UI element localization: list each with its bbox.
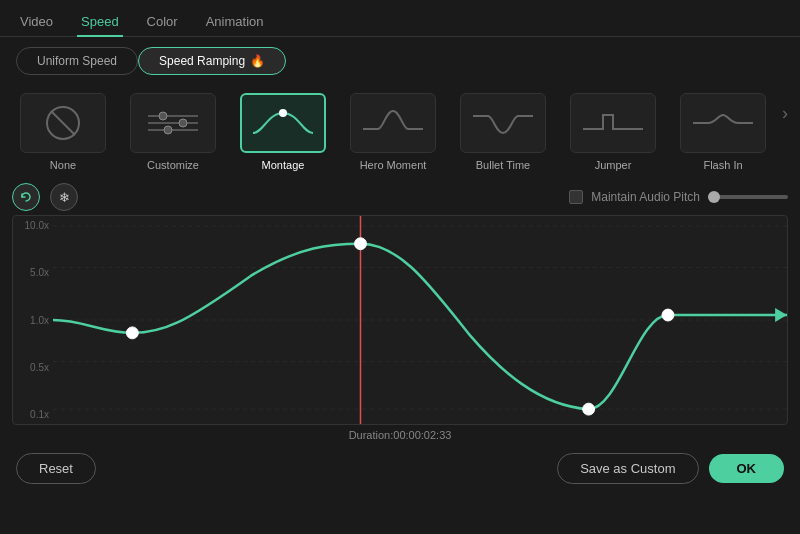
preset-flash-in[interactable]: Flash In (672, 93, 774, 171)
tab-video[interactable]: Video (16, 8, 57, 37)
scroll-right-arrow[interactable]: › (782, 93, 788, 124)
svg-point-8 (279, 109, 287, 117)
speed-ramping-button[interactable]: Speed Ramping 🔥 (138, 47, 286, 75)
pitch-slider-thumb (708, 191, 720, 203)
top-tab-bar: Video Speed Color Animation (0, 0, 800, 37)
control-point-2[interactable] (355, 238, 367, 250)
tab-animation[interactable]: Animation (202, 8, 268, 37)
save-as-custom-button[interactable]: Save as Custom (557, 453, 698, 484)
chart-curve-svg (53, 216, 787, 424)
tab-speed[interactable]: Speed (77, 8, 123, 37)
preset-montage-label: Montage (262, 159, 305, 171)
preset-montage[interactable]: Montage (232, 93, 334, 171)
speed-curve (53, 244, 787, 409)
reset-button[interactable]: Reset (16, 453, 96, 484)
freeze-button[interactable]: ❄ (50, 183, 78, 211)
preset-hero-moment[interactable]: Hero Moment (342, 93, 444, 171)
preset-jumper[interactable]: Jumper (562, 93, 664, 171)
ok-button[interactable]: OK (709, 454, 785, 483)
controls-row: ❄ Maintain Audio Pitch (0, 179, 800, 215)
audio-pitch-control: Maintain Audio Pitch (569, 190, 788, 204)
pitch-slider[interactable] (708, 195, 788, 199)
preset-hero-moment-label: Hero Moment (360, 159, 427, 171)
control-point-3[interactable] (583, 403, 595, 415)
right-buttons: Save as Custom OK (557, 453, 784, 484)
tab-color[interactable]: Color (143, 8, 182, 37)
preset-customize[interactable]: Customize (122, 93, 224, 171)
mode-switcher: Uniform Speed Speed Ramping 🔥 (0, 37, 800, 85)
y-axis-labels: 10.0x 5.0x 1.0x 0.5x 0.1x (13, 216, 53, 424)
svg-line-1 (51, 111, 75, 135)
svg-point-6 (179, 119, 187, 127)
bottom-bar: Reset Save as Custom OK (0, 445, 800, 492)
preset-customize-label: Customize (147, 159, 199, 171)
y-label-1: 1.0x (13, 315, 49, 326)
pitch-toggle-checkbox[interactable] (569, 190, 583, 204)
duration-bar: Duration:00:00:02:33 (0, 425, 800, 445)
preset-jumper-label: Jumper (595, 159, 632, 171)
y-label-10: 10.0x (13, 220, 49, 231)
svg-point-7 (164, 126, 172, 134)
undo-button[interactable] (12, 183, 40, 211)
chart-svg-container (53, 216, 787, 424)
preset-none[interactable]: None (12, 93, 114, 171)
uniform-speed-button[interactable]: Uniform Speed (16, 47, 138, 75)
speed-chart: 10.0x 5.0x 1.0x 0.5x 0.1x (12, 215, 788, 425)
preset-bullet-time[interactable]: Bullet Time (452, 93, 554, 171)
fire-icon: 🔥 (250, 54, 265, 68)
svg-point-5 (159, 112, 167, 120)
presets-row: None Customize Montage (0, 85, 800, 179)
y-label-05: 0.5x (13, 362, 49, 373)
duration-text: Duration:00:00:02:33 (349, 429, 452, 441)
preset-bullet-time-label: Bullet Time (476, 159, 530, 171)
preset-flash-in-label: Flash In (703, 159, 742, 171)
y-label-01: 0.1x (13, 409, 49, 420)
preset-none-label: None (50, 159, 76, 171)
control-point-4[interactable] (662, 309, 674, 321)
control-point-1[interactable] (126, 327, 138, 339)
audio-pitch-label: Maintain Audio Pitch (591, 190, 700, 204)
y-label-5: 5.0x (13, 267, 49, 278)
